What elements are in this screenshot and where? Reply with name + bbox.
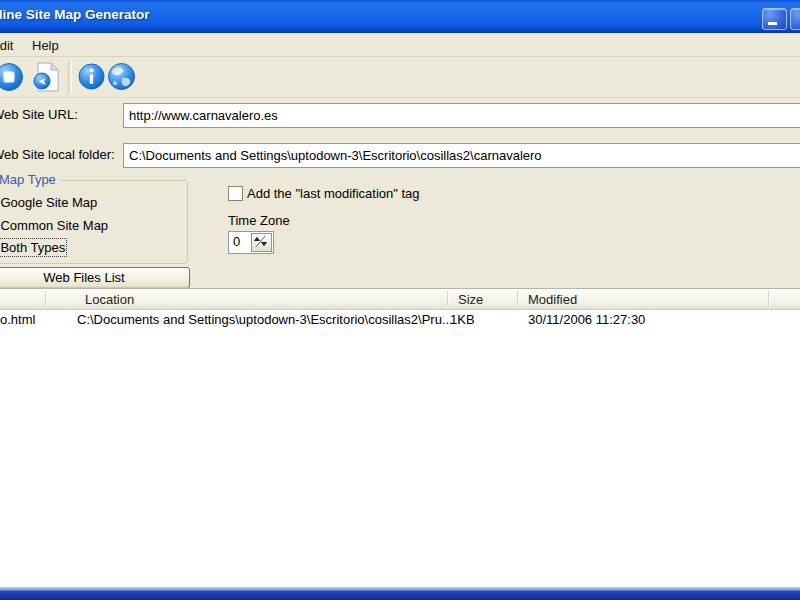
toolbar-separator [68, 61, 72, 93]
column-separator[interactable] [45, 291, 47, 306]
file-list-header[interactable]: Location Size Modified [0, 289, 800, 310]
globe-icon[interactable] [107, 62, 136, 91]
map-type-group: Map Type Google Site Map Common Site Map… [0, 180, 188, 264]
radio-both-types[interactable]: Both Types [0, 238, 65, 254]
time-zone-label: Time Zone [228, 213, 290, 228]
cell-name: o.html [0, 312, 35, 327]
window-title: Online Site Map Generator [0, 7, 150, 22]
url-label: Web Site URL: [0, 107, 78, 122]
time-zone-spinner[interactable]: 0 [228, 231, 274, 254]
column-header-size[interactable]: Size [458, 292, 483, 307]
column-separator[interactable] [447, 291, 449, 306]
column-separator[interactable] [517, 291, 519, 306]
column-separator[interactable] [768, 291, 770, 306]
radio-google-site-map[interactable]: Google Site Map [0, 193, 97, 209]
taskbar-edge[interactable] [0, 587, 800, 600]
minimize-icon [768, 22, 777, 25]
stop-icon[interactable] [0, 62, 24, 92]
web-files-list-button[interactable]: Web Files List [0, 267, 190, 289]
minimize-button[interactable] [762, 8, 787, 30]
maximize-button[interactable] [790, 8, 800, 30]
menu-item-edit[interactable]: Edit [0, 37, 17, 54]
file-list: Location Size Modified o.html C:\Documen… [0, 288, 800, 589]
title-bar[interactable]: Online Site Map Generator [0, 0, 800, 33]
cell-modified: 30/11/2006 11:27:30 [528, 312, 645, 327]
column-header-location[interactable]: Location [85, 292, 134, 307]
table-row[interactable]: o.html C:\Documents and Settings\uptodow… [0, 310, 800, 328]
cell-location: C:\Documents and Settings\uptodown-3\Esc… [77, 312, 453, 327]
spinner-updown-button[interactable] [251, 233, 272, 252]
updown-arrows-icon [252, 234, 269, 249]
folder-label: Web Site local folder: [0, 147, 115, 162]
folder-input[interactable] [123, 143, 800, 168]
toolbar [0, 57, 800, 98]
cell-size: 1KB [450, 312, 475, 327]
radio-common-site-map[interactable]: Common Site Map [0, 216, 108, 232]
url-input[interactable] [123, 103, 800, 128]
last-modification-checkbox[interactable] [228, 186, 243, 201]
menu-bar: Edit Help [0, 33, 800, 57]
map-type-group-label: Map Type [0, 172, 60, 187]
last-modification-label: Add the "last modification" tag [247, 186, 420, 201]
info-icon[interactable] [78, 63, 105, 90]
app-window: Online Site Map Generator Edit Help [0, 0, 800, 588]
export-page-icon[interactable] [31, 62, 61, 92]
menu-item-help[interactable]: Help [28, 37, 63, 54]
column-header-modified[interactable]: Modified [528, 292, 577, 307]
time-zone-value: 0 [229, 232, 250, 253]
